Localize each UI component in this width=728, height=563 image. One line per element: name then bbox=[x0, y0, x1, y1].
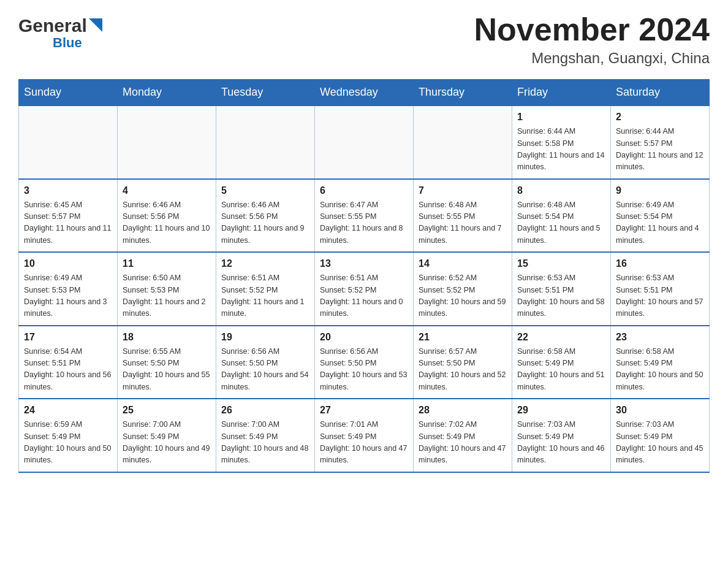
day-info: Sunrise: 7:00 AMSunset: 5:49 PMDaylight:… bbox=[123, 419, 211, 467]
calendar-cell: 12Sunrise: 6:51 AMSunset: 5:52 PMDayligh… bbox=[216, 252, 315, 326]
day-info: Sunrise: 6:56 AMSunset: 5:50 PMDaylight:… bbox=[320, 346, 408, 394]
calendar-cell bbox=[414, 105, 512, 179]
day-info: Sunrise: 6:51 AMSunset: 5:52 PMDaylight:… bbox=[221, 272, 309, 320]
day-number: 21 bbox=[419, 330, 507, 345]
calendar-cell bbox=[19, 105, 118, 179]
day-number: 12 bbox=[221, 256, 309, 271]
calendar-cell: 18Sunrise: 6:55 AMSunset: 5:50 PMDayligh… bbox=[118, 326, 216, 399]
day-info: Sunrise: 6:54 AMSunset: 5:51 PMDaylight:… bbox=[24, 346, 112, 394]
day-number: 1 bbox=[517, 110, 605, 124]
day-number: 13 bbox=[320, 256, 408, 271]
calendar-cell: 6Sunrise: 6:47 AMSunset: 5:55 PMDaylight… bbox=[315, 179, 414, 253]
day-info: Sunrise: 6:53 AMSunset: 5:51 PMDaylight:… bbox=[616, 272, 704, 320]
day-info: Sunrise: 6:58 AMSunset: 5:49 PMDaylight:… bbox=[616, 346, 704, 394]
calendar-cell bbox=[118, 105, 216, 179]
day-number: 27 bbox=[320, 403, 408, 418]
day-info: Sunrise: 6:46 AMSunset: 5:56 PMDaylight:… bbox=[221, 199, 309, 247]
calendar-cell: 1Sunrise: 6:44 AMSunset: 5:58 PMDaylight… bbox=[512, 105, 611, 179]
col-wednesday: Wednesday bbox=[315, 80, 414, 106]
day-info: Sunrise: 6:49 AMSunset: 5:54 PMDaylight:… bbox=[616, 199, 704, 247]
day-number: 8 bbox=[517, 183, 605, 198]
calendar-table: Sunday Monday Tuesday Wednesday Thursday… bbox=[18, 79, 710, 473]
calendar-week-5: 24Sunrise: 6:59 AMSunset: 5:49 PMDayligh… bbox=[19, 399, 710, 472]
day-info: Sunrise: 7:03 AMSunset: 5:49 PMDaylight:… bbox=[616, 419, 704, 467]
day-info: Sunrise: 6:55 AMSunset: 5:50 PMDaylight:… bbox=[123, 346, 211, 394]
calendar-cell: 13Sunrise: 6:51 AMSunset: 5:52 PMDayligh… bbox=[315, 252, 414, 326]
calendar-cell: 16Sunrise: 6:53 AMSunset: 5:51 PMDayligh… bbox=[611, 252, 710, 326]
calendar-cell: 25Sunrise: 7:00 AMSunset: 5:49 PMDayligh… bbox=[118, 399, 216, 472]
calendar-cell: 29Sunrise: 7:03 AMSunset: 5:49 PMDayligh… bbox=[512, 399, 611, 472]
day-info: Sunrise: 6:51 AMSunset: 5:52 PMDaylight:… bbox=[320, 272, 408, 320]
day-info: Sunrise: 7:00 AMSunset: 5:49 PMDaylight:… bbox=[221, 419, 309, 467]
day-number: 4 bbox=[123, 183, 211, 198]
calendar-cell: 2Sunrise: 6:44 AMSunset: 5:57 PMDaylight… bbox=[611, 105, 710, 179]
day-info: Sunrise: 6:44 AMSunset: 5:58 PMDaylight:… bbox=[517, 126, 605, 174]
day-number: 9 bbox=[616, 183, 704, 198]
day-number: 15 bbox=[517, 256, 605, 271]
day-number: 11 bbox=[123, 256, 211, 271]
day-number: 28 bbox=[419, 403, 507, 418]
logo-triangle-icon bbox=[89, 18, 102, 32]
calendar-cell: 30Sunrise: 7:03 AMSunset: 5:49 PMDayligh… bbox=[611, 399, 710, 472]
calendar-cell: 28Sunrise: 7:02 AMSunset: 5:49 PMDayligh… bbox=[414, 399, 512, 472]
calendar-cell: 23Sunrise: 6:58 AMSunset: 5:49 PMDayligh… bbox=[611, 326, 710, 399]
day-info: Sunrise: 6:58 AMSunset: 5:49 PMDaylight:… bbox=[517, 346, 605, 394]
day-number: 20 bbox=[320, 330, 408, 345]
day-number: 26 bbox=[221, 403, 309, 418]
day-info: Sunrise: 7:03 AMSunset: 5:49 PMDaylight:… bbox=[517, 419, 605, 467]
day-info: Sunrise: 6:50 AMSunset: 5:53 PMDaylight:… bbox=[123, 272, 211, 320]
day-info: Sunrise: 7:01 AMSunset: 5:49 PMDaylight:… bbox=[320, 419, 408, 467]
logo-blue-text: Blue bbox=[53, 35, 82, 50]
day-info: Sunrise: 6:59 AMSunset: 5:49 PMDaylight:… bbox=[24, 419, 112, 467]
day-info: Sunrise: 6:57 AMSunset: 5:50 PMDaylight:… bbox=[419, 346, 507, 394]
calendar-cell: 14Sunrise: 6:52 AMSunset: 5:52 PMDayligh… bbox=[414, 252, 512, 326]
day-info: Sunrise: 6:49 AMSunset: 5:53 PMDaylight:… bbox=[24, 272, 112, 320]
calendar-header-row: Sunday Monday Tuesday Wednesday Thursday… bbox=[19, 80, 710, 106]
title-section: November 2024 Mengshan, Guangxi, China bbox=[474, 12, 710, 67]
calendar-cell: 24Sunrise: 6:59 AMSunset: 5:49 PMDayligh… bbox=[19, 399, 118, 472]
col-saturday: Saturday bbox=[611, 80, 710, 106]
day-number: 16 bbox=[616, 256, 704, 271]
calendar-cell: 4Sunrise: 6:46 AMSunset: 5:56 PMDaylight… bbox=[118, 179, 216, 253]
day-number: 5 bbox=[221, 183, 309, 198]
month-title: November 2024 bbox=[474, 12, 710, 47]
logo-general-text: General bbox=[18, 15, 87, 36]
calendar-cell: 27Sunrise: 7:01 AMSunset: 5:49 PMDayligh… bbox=[315, 399, 414, 472]
calendar-week-3: 10Sunrise: 6:49 AMSunset: 5:53 PMDayligh… bbox=[19, 252, 710, 326]
svg-marker-0 bbox=[89, 18, 102, 32]
day-info: Sunrise: 6:45 AMSunset: 5:57 PMDaylight:… bbox=[24, 199, 112, 247]
day-number: 3 bbox=[24, 183, 112, 198]
calendar-cell: 3Sunrise: 6:45 AMSunset: 5:57 PMDaylight… bbox=[19, 179, 118, 253]
calendar-week-1: 1Sunrise: 6:44 AMSunset: 5:58 PMDaylight… bbox=[19, 105, 710, 179]
day-info: Sunrise: 6:56 AMSunset: 5:50 PMDaylight:… bbox=[221, 346, 309, 394]
day-info: Sunrise: 6:47 AMSunset: 5:55 PMDaylight:… bbox=[320, 199, 408, 247]
logo: General Blue bbox=[18, 12, 102, 50]
day-info: Sunrise: 6:53 AMSunset: 5:51 PMDaylight:… bbox=[517, 272, 605, 320]
day-number: 17 bbox=[24, 330, 112, 345]
calendar-cell: 26Sunrise: 7:00 AMSunset: 5:49 PMDayligh… bbox=[216, 399, 315, 472]
day-number: 10 bbox=[24, 256, 112, 271]
col-tuesday: Tuesday bbox=[216, 80, 315, 106]
day-info: Sunrise: 6:48 AMSunset: 5:54 PMDaylight:… bbox=[517, 199, 605, 247]
day-info: Sunrise: 7:02 AMSunset: 5:49 PMDaylight:… bbox=[419, 419, 507, 467]
calendar-cell: 11Sunrise: 6:50 AMSunset: 5:53 PMDayligh… bbox=[118, 252, 216, 326]
calendar-cell: 15Sunrise: 6:53 AMSunset: 5:51 PMDayligh… bbox=[512, 252, 611, 326]
calendar-cell: 7Sunrise: 6:48 AMSunset: 5:55 PMDaylight… bbox=[414, 179, 512, 253]
day-number: 30 bbox=[616, 403, 704, 418]
col-sunday: Sunday bbox=[19, 80, 118, 106]
calendar-cell: 22Sunrise: 6:58 AMSunset: 5:49 PMDayligh… bbox=[512, 326, 611, 399]
col-thursday: Thursday bbox=[414, 80, 512, 106]
calendar-cell: 17Sunrise: 6:54 AMSunset: 5:51 PMDayligh… bbox=[19, 326, 118, 399]
day-number: 2 bbox=[616, 110, 704, 124]
day-info: Sunrise: 6:48 AMSunset: 5:55 PMDaylight:… bbox=[419, 199, 507, 247]
calendar-cell: 5Sunrise: 6:46 AMSunset: 5:56 PMDaylight… bbox=[216, 179, 315, 253]
day-number: 7 bbox=[419, 183, 507, 198]
day-number: 24 bbox=[24, 403, 112, 418]
day-info: Sunrise: 6:46 AMSunset: 5:56 PMDaylight:… bbox=[123, 199, 211, 247]
day-number: 19 bbox=[221, 330, 309, 345]
calendar-cell: 21Sunrise: 6:57 AMSunset: 5:50 PMDayligh… bbox=[414, 326, 512, 399]
calendar-cell: 20Sunrise: 6:56 AMSunset: 5:50 PMDayligh… bbox=[315, 326, 414, 399]
page-header: General Blue November 2024 Mengshan, Gua… bbox=[18, 12, 710, 67]
col-friday: Friday bbox=[512, 80, 611, 106]
calendar-cell: 8Sunrise: 6:48 AMSunset: 5:54 PMDaylight… bbox=[512, 179, 611, 253]
